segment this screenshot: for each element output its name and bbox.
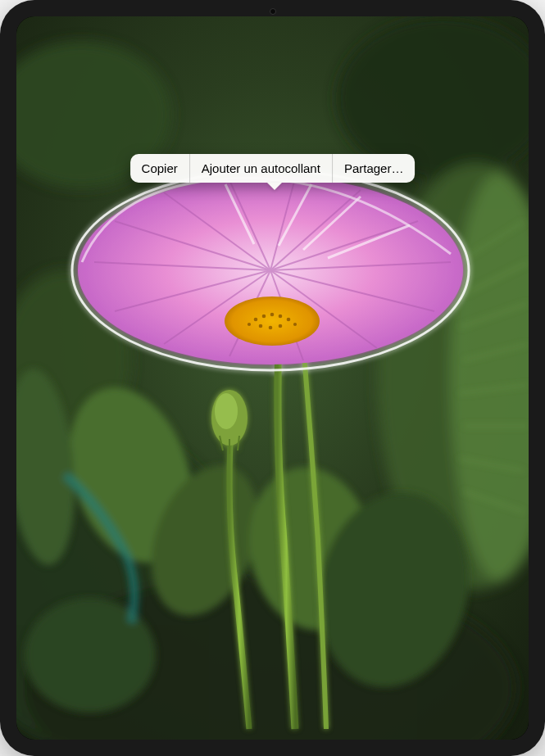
svg-point-54 [293, 323, 297, 326]
svg-point-47 [270, 313, 275, 317]
svg-point-46 [262, 315, 266, 319]
svg-point-45 [254, 318, 258, 322]
svg-point-23 [215, 393, 238, 429]
share-menu-item[interactable]: Partager… [333, 154, 416, 183]
add-sticker-menu-item[interactable]: Ajouter un autocollant [190, 154, 332, 183]
copy-menu-item[interactable]: Copier [130, 154, 189, 183]
front-camera [270, 8, 276, 15]
ipad-device-frame: Copier Ajouter un autocollant Partager… [0, 0, 545, 756]
svg-point-49 [287, 318, 291, 322]
svg-point-48 [279, 315, 283, 319]
subject-context-menu: Copier Ajouter un autocollant Partager… [130, 154, 416, 183]
svg-point-53 [248, 323, 251, 326]
context-menu-pointer [267, 183, 282, 190]
device-screen: Copier Ajouter un autocollant Partager… [16, 16, 529, 740]
svg-point-52 [279, 324, 283, 328]
svg-point-50 [259, 324, 263, 328]
photo-image[interactable] [16, 16, 529, 740]
svg-point-51 [269, 326, 273, 330]
svg-point-44 [225, 297, 320, 346]
photo-viewer[interactable]: Copier Ajouter un autocollant Partager… [16, 16, 529, 740]
